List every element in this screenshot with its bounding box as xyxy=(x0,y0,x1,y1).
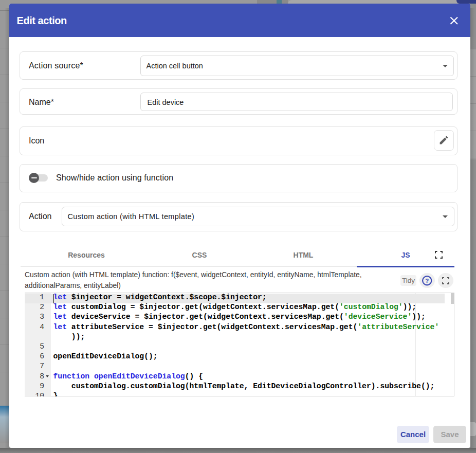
svg-text:?: ? xyxy=(425,278,429,284)
